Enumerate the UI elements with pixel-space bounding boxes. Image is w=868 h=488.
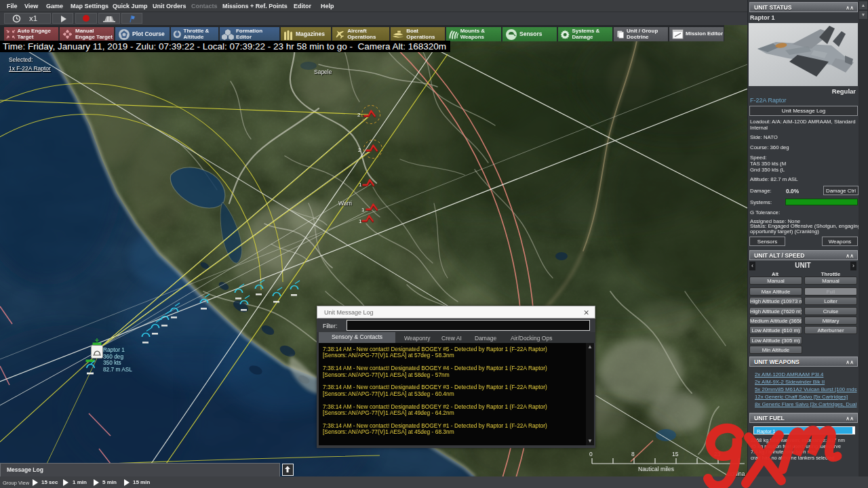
svg-text:Nautical miles: Nautical miles <box>638 466 674 472</box>
svg-text:82.7 m ASL: 82.7 m ASL <box>103 366 132 373</box>
svg-text:1: 1 <box>359 182 362 188</box>
svg-text:1: 1 <box>361 207 365 213</box>
svg-text:Sapele: Sapele <box>314 68 332 75</box>
svg-text:360 deg: 360 deg <box>103 353 123 360</box>
svg-text:Warri: Warri <box>338 200 352 207</box>
svg-text:Raptor 1: Raptor 1 <box>103 346 125 353</box>
svg-text:2: 2 <box>358 147 361 153</box>
svg-text:1: 1 <box>359 218 362 224</box>
svg-text:0: 0 <box>589 451 593 458</box>
svg-text:350 kts: 350 kts <box>103 359 121 366</box>
svg-text:15: 15 <box>672 451 679 458</box>
svg-text:8: 8 <box>631 451 635 458</box>
svg-text:2: 2 <box>357 112 361 118</box>
